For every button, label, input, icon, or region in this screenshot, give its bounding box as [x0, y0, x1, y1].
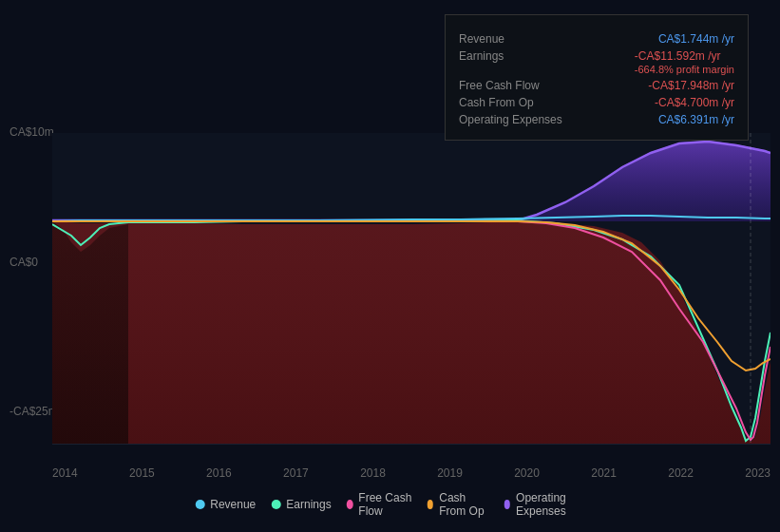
x-axis-label: 2019	[437, 466, 463, 480]
y-axis-label: CA$0	[10, 256, 38, 269]
x-axis-label: 2014	[52, 466, 78, 480]
chart-legend: RevenueEarningsFree Cash FlowCash From O…	[195, 491, 585, 518]
x-axis-label: 2016	[206, 466, 232, 480]
legend-item: Revenue	[195, 498, 256, 511]
x-axis-label: 2020	[514, 466, 540, 480]
x-axis-label: 2017	[283, 466, 309, 480]
legend-item: Cash From Op	[428, 491, 489, 518]
tooltip-row: Free Cash Flow-CA$17.948m /yr	[459, 79, 734, 92]
legend-dot	[347, 500, 353, 509]
legend-item: Earnings	[271, 498, 331, 511]
tooltip-row: Cash From Op-CA$4.700m /yr	[459, 96, 734, 109]
legend-dot	[195, 500, 204, 509]
chart-container: RevenueCA$1.744m /yrEarnings-CA$11.592m …	[0, 0, 780, 532]
legend-label: Operating Expenses	[516, 491, 585, 518]
legend-dot	[271, 500, 280, 509]
legend-dot	[504, 500, 510, 509]
legend-dot	[428, 500, 434, 509]
legend-label: Free Cash Flow	[358, 491, 411, 518]
tooltip-row: Operating ExpensesCA$6.391m /yr	[459, 113, 734, 126]
legend-label: Cash From Op	[439, 491, 488, 518]
tooltip-box: RevenueCA$1.744m /yrEarnings-CA$11.592m …	[445, 14, 749, 141]
x-axis-label: 2015	[129, 466, 155, 480]
legend-label: Revenue	[210, 498, 256, 511]
x-axis-label: 2018	[360, 466, 386, 480]
legend-label: Earnings	[286, 498, 331, 511]
chart-svg	[52, 133, 770, 444]
x-axis-label: 2021	[591, 466, 617, 480]
tooltip-row: Earnings-CA$11.592m /yr-664.8% profit ma…	[459, 49, 734, 75]
x-axis-label: 2023	[745, 466, 770, 480]
legend-item: Operating Expenses	[504, 491, 584, 518]
x-axis-label: 2022	[668, 466, 694, 480]
x-axis-labels: 2014201520162017201820192020202120222023	[52, 466, 770, 480]
grid-line-bottom	[52, 444, 770, 445]
legend-item: Free Cash Flow	[347, 491, 412, 518]
y-axis-label: -CA$25m	[10, 405, 58, 418]
tooltip-row: RevenueCA$1.744m /yr	[459, 32, 734, 46]
y-axis-label: CA$10m	[10, 125, 54, 139]
